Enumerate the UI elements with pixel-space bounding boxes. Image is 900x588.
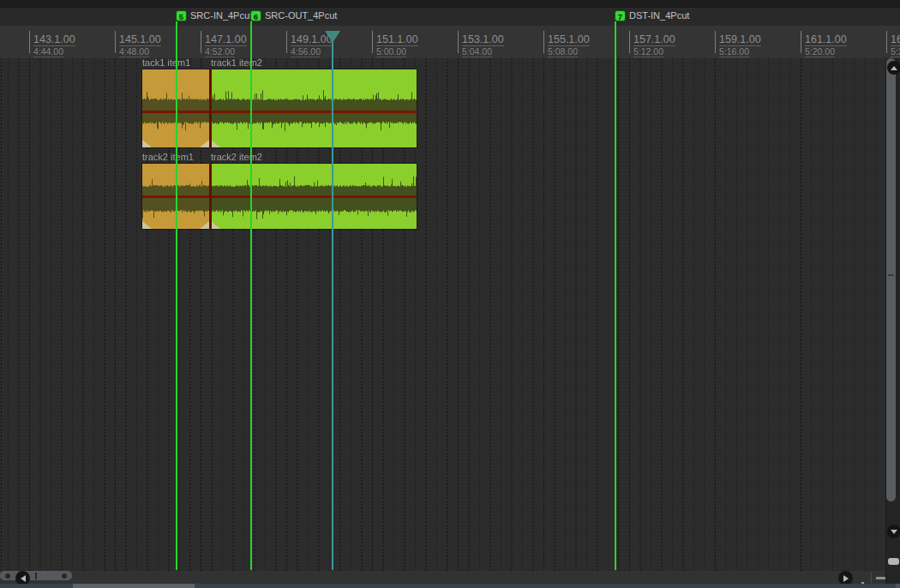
vscroll-down-button[interactable] — [887, 525, 900, 538]
measure-label: 157.1.00 — [633, 34, 675, 46]
ruler-tick: 151.1.005:00.00 — [372, 31, 418, 53]
grid-overlay — [0, 58, 885, 571]
top-strip — [0, 0, 900, 8]
time-label: 5:08.00 — [548, 46, 578, 57]
measure-label: 151.1.00 — [376, 34, 418, 46]
fade-handle[interactable] — [142, 221, 152, 229]
horizontal-scrollbar[interactable] — [0, 571, 885, 584]
timeline-ruler[interactable]: 143.1.004:44.00145.1.004:48.00147.1.004:… — [0, 26, 900, 59]
ruler-tick: 153.1.005:04.00 — [458, 31, 504, 53]
time-label: 4:48.00 — [119, 46, 149, 57]
arrange-area[interactable] — [0, 58, 885, 571]
fade-handle[interactable] — [211, 140, 220, 147]
item-label: track1 item2 — [211, 57, 262, 68]
measure-label: 153.1.00 — [462, 34, 504, 46]
ruler-tick: 155.1.005:08.00 — [543, 31, 590, 53]
hscroll-thumb[interactable] — [0, 571, 72, 580]
measure-label: 163.1.00 — [891, 34, 900, 46]
audio-item[interactable] — [210, 69, 417, 148]
bottom-edge-thumb[interactable] — [73, 584, 195, 588]
vscroll-thumb-grip — [888, 274, 894, 276]
marker-6-badge[interactable]: 6 — [250, 10, 261, 21]
measure-label: 161.1.00 — [805, 34, 847, 46]
waveform-canvas — [210, 69, 417, 148]
marker-7-badge[interactable]: 7 — [615, 10, 626, 21]
measure-label: 143.1.00 — [33, 34, 75, 46]
item-junction-line — [209, 163, 212, 230]
vertical-scrollbar[interactable] — [885, 58, 900, 588]
vscroll-thumb[interactable] — [886, 58, 896, 501]
marker-label: SRC-OUT_4Pcut — [265, 9, 337, 21]
measure-label: 155.1.00 — [548, 34, 590, 46]
time-label: 5:04.00 — [462, 46, 492, 57]
bottom-edge-corner — [896, 584, 900, 588]
item-label: tack1 item1 — [142, 57, 190, 68]
time-label: 4:44.00 — [33, 46, 63, 57]
bottom-edge-strip — [0, 584, 900, 588]
vscroll-up-button[interactable] — [887, 61, 900, 75]
ruler-tick: 157.1.005:12.00 — [629, 31, 675, 53]
item-junction-line — [209, 69, 212, 148]
item-label: track2 item2 — [211, 152, 262, 162]
hscroll-thumb-grip — [35, 573, 37, 579]
ruler-tick: 163.1.005:24.00 — [886, 31, 900, 53]
item-label: track2 item1 — [142, 152, 194, 162]
marker-line[interactable] — [176, 21, 177, 570]
triangle-up-icon — [891, 66, 897, 70]
edit-cursor-line[interactable] — [332, 31, 333, 570]
marker-line[interactable] — [615, 21, 616, 570]
ruler-tick: 143.1.004:44.00 — [29, 31, 75, 53]
marker-label: SRC-IN_4Pcut — [190, 9, 252, 21]
button-divider — [871, 573, 872, 583]
triangle-down-icon — [891, 530, 897, 534]
ruler-tick: 159.1.005:16.00 — [715, 31, 761, 53]
hscroll-thumb-dot — [5, 573, 10, 579]
measure-label: 147.1.00 — [205, 34, 247, 46]
waveform-canvas — [210, 163, 417, 230]
time-label: 5:20.00 — [805, 46, 835, 57]
triangle-right-icon — [843, 575, 849, 582]
time-label: 5:00.00 — [376, 46, 406, 57]
vzoom-out-button[interactable] — [888, 558, 899, 565]
ruler-tick: 161.1.005:20.00 — [801, 31, 847, 53]
reaper-arrange-window: 143.1.004:44.00145.1.004:48.00147.1.004:… — [0, 0, 900, 588]
marker-lane[interactable] — [0, 8, 900, 26]
fade-handle[interactable] — [200, 140, 209, 147]
time-label: 4:56.00 — [291, 46, 321, 57]
time-label: 5:12.00 — [633, 46, 663, 57]
measure-label: 159.1.00 — [719, 34, 761, 46]
fade-handle[interactable] — [211, 221, 220, 229]
fade-handle[interactable] — [200, 221, 209, 229]
hscroll-thumb-dot — [62, 573, 67, 579]
triangle-left-icon — [21, 575, 26, 582]
time-label: 5:24.00 — [891, 46, 900, 57]
marker-line[interactable] — [250, 21, 252, 570]
measure-label: 145.1.00 — [119, 34, 161, 46]
ruler-tick: 147.1.004:52.00 — [201, 31, 247, 53]
marker-5-badge[interactable]: 5 — [176, 10, 187, 21]
ruler-tick: 145.1.004:48.00 — [115, 31, 161, 53]
time-label: 5:16.00 — [719, 46, 749, 57]
marker-label: DST-IN_4Pcut — [629, 9, 689, 21]
edit-cursor-handle[interactable] — [325, 31, 340, 43]
fade-handle[interactable] — [142, 140, 152, 147]
audio-item[interactable] — [210, 163, 417, 230]
hzoom-out-button[interactable] — [876, 577, 885, 579]
time-label: 4:52.00 — [205, 46, 235, 57]
